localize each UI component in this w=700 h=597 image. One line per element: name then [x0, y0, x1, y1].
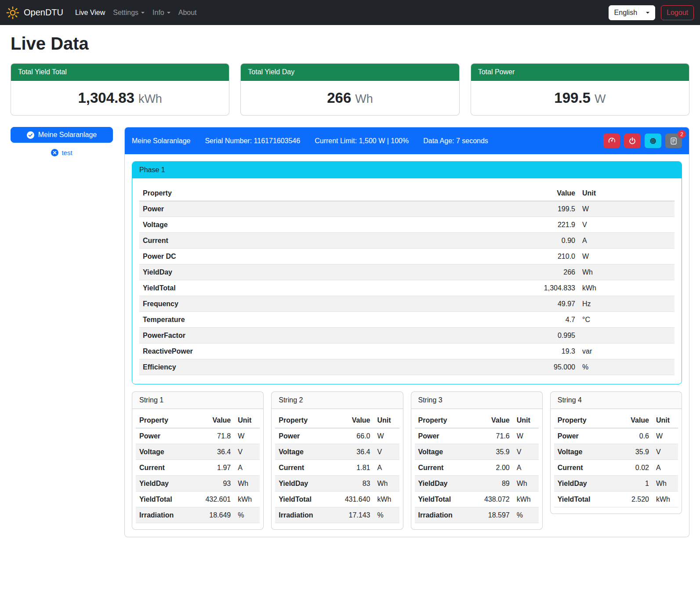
table-row: Irradiation18.597% — [415, 507, 539, 523]
property-header: Property — [136, 412, 196, 428]
string-card-body: Property Value Unit Power71.8WVoltage36.… — [132, 409, 263, 529]
brand[interactable]: OpenDTU — [6, 6, 63, 19]
string-card-1: String 1 Property Value Unit — [132, 391, 264, 530]
property-cell: YieldTotal — [136, 492, 196, 507]
nav-item-about[interactable]: About — [174, 5, 201, 20]
property-cell: Power — [554, 428, 615, 444]
summary-card-total-yield-day: Total Yield Day 266 Wh — [240, 63, 459, 116]
event-count-badge: 2 — [678, 130, 686, 138]
device-info-button[interactable] — [645, 134, 661, 148]
summary-value: 199.5 — [554, 90, 591, 106]
table-head: Property Value Unit — [415, 412, 539, 428]
inverter-select-button[interactable]: Meine Solaranlage — [11, 127, 113, 143]
nav-item-settings[interactable]: Settings — [109, 5, 149, 20]
unit-cell: V — [234, 444, 260, 460]
table-row: Power199.5W — [139, 201, 675, 217]
x-circle-icon[interactable] — [51, 149, 58, 156]
value-cell: 1.81 — [336, 460, 374, 476]
summary-card-body: 199.5 W — [471, 81, 689, 115]
summary-card-total-power: Total Power 199.5 W — [471, 63, 689, 116]
property-cell: Frequency — [139, 296, 513, 312]
page-title: Live Data — [11, 34, 689, 54]
unit-cell: W — [374, 428, 399, 444]
property-cell: Power — [275, 428, 336, 444]
event-log-button[interactable]: 2 — [665, 134, 682, 148]
string-card-body: Property Value Unit Power0.6WVoltage35.9… — [551, 409, 682, 514]
property-cell: ReactivePower — [139, 344, 513, 359]
unit-cell — [579, 328, 675, 344]
property-cell: Voltage — [554, 444, 615, 460]
gauge-icon — [608, 137, 616, 145]
language-select[interactable]: English — [609, 5, 655, 20]
value-cell: 4.7 — [513, 312, 579, 328]
value-header: Value — [513, 185, 579, 201]
chevron-down-icon — [646, 12, 649, 14]
property-cell: Voltage — [136, 444, 196, 460]
unit-cell: kWh — [374, 492, 399, 507]
unit-cell: A — [374, 460, 399, 476]
summary-card-body: 1,304.83 kWh — [11, 81, 229, 115]
property-cell: YieldDay — [275, 476, 336, 492]
chevron-down-icon — [141, 12, 145, 14]
property-cell: YieldDay — [554, 476, 615, 492]
property-cell: Irradiation — [415, 507, 475, 523]
property-cell: YieldDay — [136, 476, 196, 492]
unit-cell: A — [513, 460, 539, 476]
value-cell: 49.97 — [513, 296, 579, 312]
property-cell: Power — [139, 201, 513, 217]
property-cell: Irradiation — [136, 507, 196, 523]
table-header-row: Property Value Unit — [136, 412, 260, 428]
brand-label: OpenDTU — [24, 7, 63, 18]
navbar: OpenDTU Live View Settings Info About En… — [0, 0, 700, 25]
strings-row: String 1 Property Value Unit — [132, 391, 682, 530]
cpu-icon — [649, 137, 657, 145]
table-row: YieldTotal431.640kWh — [275, 492, 399, 507]
unit-cell: % — [579, 359, 675, 375]
unit-cell: A — [653, 460, 678, 476]
property-header: Property — [554, 412, 615, 428]
summary-unit: kWh — [138, 92, 162, 106]
value-cell: 266 — [513, 264, 579, 280]
table-row: Temperature4.7°C — [139, 312, 675, 328]
string-table: Property Value Unit Power71.8WVoltage36.… — [136, 412, 260, 523]
property-cell: Current — [136, 460, 196, 476]
journal-icon — [670, 137, 678, 145]
value-cell: 36.4 — [336, 444, 374, 460]
value-cell: 438.072 — [475, 492, 513, 507]
property-cell: YieldDay — [415, 476, 475, 492]
property-cell: PowerFactor — [139, 328, 513, 344]
filter-item-test[interactable]: test — [11, 149, 113, 156]
table-row: Current0.90A — [139, 233, 675, 249]
filter-item-label: test — [62, 149, 72, 156]
value-header: Value — [475, 412, 513, 428]
summary-card-title: Total Yield Total — [11, 64, 229, 81]
string-table: Property Value Unit Power0.6WVoltage35.9… — [554, 412, 678, 507]
table-head: Property Value Unit — [139, 185, 675, 201]
property-cell: Irradiation — [275, 507, 336, 523]
limit-settings-button[interactable] — [603, 134, 620, 148]
summary-unit: Wh — [355, 92, 373, 106]
table-row: Power66.0W — [275, 428, 399, 444]
power-button[interactable] — [624, 134, 641, 148]
nav-item-info[interactable]: Info — [149, 5, 174, 20]
unit-cell: W — [234, 428, 260, 444]
property-cell: YieldTotal — [275, 492, 336, 507]
nav-item-live-view[interactable]: Live View — [71, 5, 109, 20]
string-card-3: String 3 Property Value Unit — [411, 391, 543, 530]
summary-value: 266 — [327, 90, 351, 106]
unit-cell: % — [513, 507, 539, 523]
unit-cell: V — [653, 444, 678, 460]
value-cell: 35.9 — [615, 444, 653, 460]
table-row: Power DC210.0W — [139, 249, 675, 264]
property-cell: Power DC — [139, 249, 513, 264]
table-row: YieldTotal438.072kWh — [415, 492, 539, 507]
unit-cell: W — [513, 428, 539, 444]
phase-card: Phase 1 Property Value Unit Power199.5WV… — [132, 161, 682, 384]
unit-header: Unit — [234, 412, 260, 428]
table-row: YieldDay266Wh — [139, 264, 675, 280]
value-cell: 36.4 — [196, 444, 234, 460]
phase-card-body: Property Value Unit Power199.5WVoltage22… — [132, 178, 682, 384]
property-header: Property — [139, 185, 513, 201]
logout-button[interactable]: Logout — [661, 5, 694, 20]
nav-item-label: About — [178, 9, 197, 17]
